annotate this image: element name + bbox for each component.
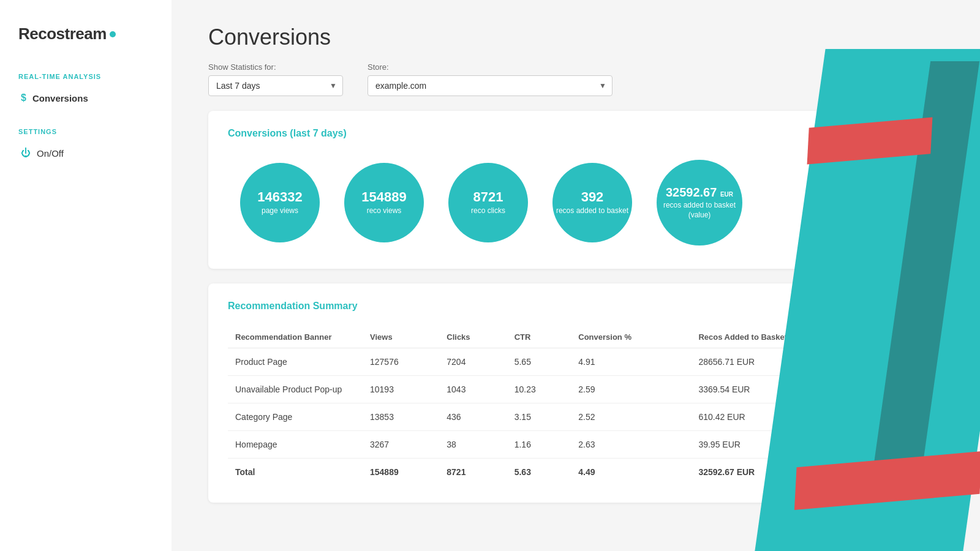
row-clicks-total: 8721 (439, 459, 507, 486)
col-ctr: CTR (507, 326, 571, 348)
row-conversion-total: 4.49 (571, 459, 691, 486)
row-banner: Product Page (228, 348, 363, 376)
row-ctr: 10.23 (507, 376, 571, 403)
circle-page-views: 146332 page views (240, 163, 320, 242)
period-select[interactable]: Last 7 days Last 30 days Last 90 days (208, 75, 343, 96)
period-select-wrapper: Last 7 days Last 30 days Last 90 days ▼ (208, 75, 343, 96)
row-clicks: 1043 (439, 376, 507, 403)
table-row: Unavailable Product Pop-up 10193 1043 10… (228, 376, 924, 403)
circle-reco-clicks: 8721 reco clicks (448, 163, 528, 242)
main-content: Conversions Show Statistics for: Last 7 … (172, 0, 980, 551)
col-basket-value: Recos Added to Basket (value) (691, 326, 924, 348)
row-banner: Homepage (228, 431, 363, 459)
logo-text: Recostream (18, 24, 107, 43)
conversions-card-title: Conversions (last 7 days) (228, 128, 924, 139)
row-basket-value: 610.42 EUR (691, 403, 924, 431)
recos-basket-label: recos added to basket (556, 206, 628, 216)
table-body: Product Page 127576 7204 5.65 4.91 28656… (228, 348, 924, 486)
conversions-icon: $ (21, 92, 26, 103)
row-conversion: 2.63 (571, 431, 691, 459)
row-conversion: 2.52 (571, 403, 691, 431)
recommendation-card: Recommendation Summary Recommendation Ba… (208, 283, 943, 503)
row-basket-value: 3369.54 EUR (691, 376, 924, 403)
row-views: 13853 (363, 403, 439, 431)
summary-table: Recommendation Banner Views Clicks CTR C… (228, 326, 924, 485)
basket-value-label: recos added to basket (value) (657, 201, 742, 220)
row-ctr: 3.15 (507, 403, 571, 431)
table-row: Product Page 127576 7204 5.65 4.91 28656… (228, 348, 924, 376)
store-select-wrapper: example.com ▼ (368, 75, 612, 96)
sidebar-item-conversions[interactable]: $ Conversions (18, 88, 153, 108)
sidebar: Recostream REAL-TIME ANALYSIS $ Conversi… (0, 0, 172, 551)
reco-clicks-label: reco clicks (471, 206, 505, 216)
row-conversion: 4.91 (571, 348, 691, 376)
row-banner: Unavailable Product Pop-up (228, 376, 363, 403)
real-time-section: REAL-TIME ANALYSIS $ Conversions (18, 73, 153, 111)
reco-views-number: 154889 (361, 189, 406, 205)
logo-dot (110, 31, 116, 37)
conversions-card: Conversions (last 7 days) 146332 page vi… (208, 111, 943, 269)
period-filter-group: Show Statistics for: Last 7 days Last 30… (208, 62, 343, 96)
table-container: Recommendation Banner Views Clicks CTR C… (228, 326, 924, 485)
store-select[interactable]: example.com (368, 75, 612, 96)
sidebar-item-onoff[interactable]: ⏻ On/Off (18, 143, 153, 163)
sidebar-item-label: Conversions (32, 93, 88, 103)
col-conversion: Conversion % (571, 326, 691, 348)
table-row: Category Page 13853 436 3.15 2.52 610.42… (228, 403, 924, 431)
table-row-total: Total 154889 8721 5.63 4.49 32592.67 EUR (228, 459, 924, 486)
logo: Recostream (18, 24, 153, 43)
row-banner: Category Page (228, 403, 363, 431)
circle-recos-basket: 392 recos added to basket (552, 163, 632, 242)
header-row: Recommendation Banner Views Clicks CTR C… (228, 326, 924, 348)
store-label: Store: (368, 62, 612, 72)
page-views-number: 146332 (257, 189, 302, 205)
row-views: 3267 (363, 431, 439, 459)
col-views: Views (363, 326, 439, 348)
page-views-label: page views (262, 206, 298, 216)
reco-clicks-number: 8721 (473, 189, 503, 205)
row-ctr: 5.65 (507, 348, 571, 376)
filters-row: Show Statistics for: Last 7 days Last 30… (208, 62, 943, 96)
row-views: 127576 (363, 348, 439, 376)
row-basket-value: 39.95 EUR (691, 431, 924, 459)
table-header: Recommendation Banner Views Clicks CTR C… (228, 326, 924, 348)
real-time-label: REAL-TIME ANALYSIS (18, 73, 153, 80)
row-conversion: 2.59 (571, 376, 691, 403)
store-filter-group: Store: example.com ▼ (368, 62, 612, 96)
row-ctr-total: 5.63 (507, 459, 571, 486)
row-views-total: 154889 (363, 459, 439, 486)
row-views: 10193 (363, 376, 439, 403)
row-ctr: 1.16 (507, 431, 571, 459)
recommendation-card-title: Recommendation Summary (228, 301, 924, 312)
page-title: Conversions (208, 24, 943, 50)
reco-views-label: reco views (367, 206, 402, 216)
settings-section: SETTINGS ⏻ On/Off (18, 128, 153, 166)
col-banner: Recommendation Banner (228, 326, 363, 348)
table-row: Homepage 3267 38 1.16 2.63 39.95 EUR (228, 431, 924, 459)
circle-basket-value: 32592.67 EUR recos added to basket (valu… (657, 160, 742, 246)
basket-value-number: 32592.67 EUR (666, 185, 733, 200)
recos-basket-number: 392 (581, 189, 604, 205)
row-clicks: 436 (439, 403, 507, 431)
circles-row: 146332 page views 154889 reco views 8721… (228, 154, 924, 252)
row-basket-value: 28656.71 EUR (691, 348, 924, 376)
sidebar-item-label: On/Off (37, 148, 64, 159)
row-banner-total: Total (228, 459, 363, 486)
row-clicks: 38 (439, 431, 507, 459)
period-label: Show Statistics for: (208, 62, 343, 72)
circle-reco-views: 154889 reco views (344, 163, 424, 242)
power-icon: ⏻ (21, 148, 31, 159)
row-clicks: 7204 (439, 348, 507, 376)
settings-label: SETTINGS (18, 128, 153, 135)
col-clicks: Clicks (439, 326, 507, 348)
row-basket-value-total: 32592.67 EUR (691, 459, 924, 486)
